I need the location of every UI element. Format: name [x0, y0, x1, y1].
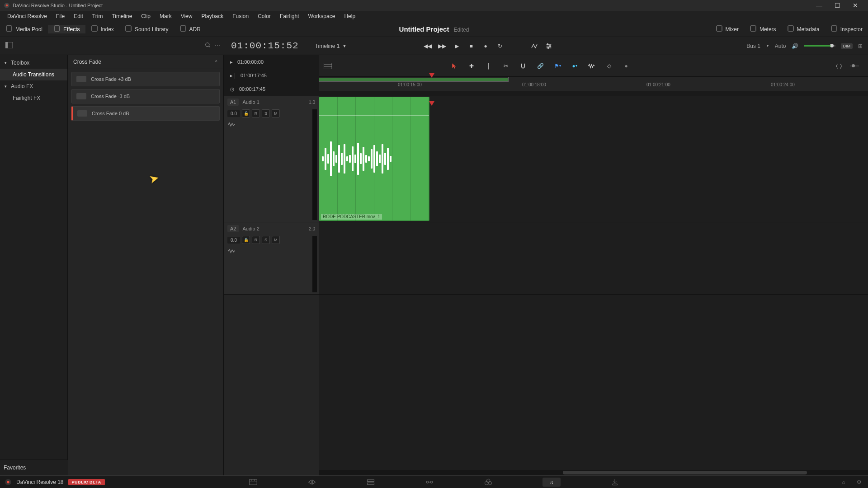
range-tool[interactable]: ✚ — [467, 61, 476, 70]
menu-help[interactable]: Help — [340, 11, 360, 22]
arm-button[interactable]: R — [252, 236, 260, 244]
lock-button[interactable]: 🔒 — [242, 236, 250, 244]
favorites-section[interactable]: Favorites — [0, 460, 68, 475]
edit-tool[interactable]: │ — [484, 61, 493, 70]
menu-view[interactable]: View — [176, 11, 197, 22]
edit-page-icon[interactable] — [366, 478, 375, 487]
timecode-display[interactable]: 01:00:15:52 — [224, 41, 306, 51]
monitor-options-icon[interactable]: ⊞ — [858, 43, 863, 49]
color-page-icon[interactable] — [484, 478, 493, 487]
audio-clip[interactable]: RODE PODCASTER.mov_1 — [319, 97, 429, 221]
tree-audio-fx[interactable]: ▾Audio FX — [0, 80, 67, 92]
mute-button[interactable]: M — [272, 236, 280, 244]
mixer-button[interactable]: Mixer — [710, 25, 744, 33]
meters-button[interactable]: Meters — [744, 25, 782, 33]
collapse-icon[interactable]: ⌃ — [214, 60, 218, 65]
solo-button[interactable]: S — [262, 236, 270, 244]
menu-fairlight[interactable]: Fairlight — [275, 11, 304, 22]
menu-fusion[interactable]: Fusion — [228, 11, 253, 22]
timeline-minimap[interactable] — [319, 77, 868, 82]
link-tool[interactable]: 🔗 — [536, 61, 545, 70]
track-lanes[interactable]: RODE PODCASTER.mov_1 — [319, 96, 868, 475]
index-button[interactable]: Index — [85, 25, 119, 33]
adr-button[interactable]: ADR — [174, 25, 206, 33]
record-button[interactable]: ● — [481, 42, 490, 50]
play-button[interactable]: ▶ — [453, 42, 461, 50]
settings-gear-icon[interactable]: ⚙ — [854, 478, 863, 487]
waveform-tool[interactable] — [587, 61, 596, 70]
track-lane-a1[interactable]: RODE PODCASTER.mov_1 — [319, 96, 868, 222]
stop-button[interactable]: ■ — [467, 42, 475, 50]
snap-tool[interactable] — [519, 61, 528, 70]
menu-edit[interactable]: Edit — [69, 11, 88, 22]
inspector-button[interactable]: Inspector — [825, 25, 868, 33]
tree-fairlight-fx[interactable]: Fairlight FX — [0, 92, 67, 104]
settings-sliders-icon[interactable] — [545, 42, 553, 50]
effects-button[interactable]: Effects — [48, 25, 85, 33]
home-icon[interactable]: ⌂ — [839, 478, 848, 487]
menu-file[interactable]: File — [52, 11, 69, 22]
metadata-button[interactable]: Metadata — [782, 25, 825, 33]
menu-color[interactable]: Color — [253, 11, 275, 22]
time-row-duration[interactable]: ◷00:00:17:45 — [224, 82, 319, 96]
razor-tool[interactable]: ✂ — [501, 61, 510, 70]
arm-button[interactable]: R — [252, 109, 260, 117]
effects-list-header[interactable]: Cross Fade ⌃ — [68, 55, 223, 69]
cut-page-icon[interactable] — [307, 478, 316, 487]
zoom-menu-icon[interactable]: ⟨ ⟩ — [835, 61, 844, 70]
selection-tool[interactable] — [450, 61, 459, 70]
timeline-selector[interactable]: Timeline 1 ▼ — [306, 43, 356, 49]
volume-slider[interactable] — [804, 45, 835, 47]
panel-toggle-icon[interactable] — [0, 42, 18, 50]
track-header-a1[interactable]: A1Audio 11.00.0🔒RSM — [224, 96, 319, 222]
flag-tool[interactable]: ⚑▾ — [553, 61, 562, 70]
effect-cross-fade--3-db[interactable]: Cross Fade +3 dB — [71, 72, 220, 86]
deliver-page-icon[interactable] — [610, 478, 619, 487]
media-pool-button[interactable]: Media Pool — [0, 25, 48, 33]
automation-dot-tool[interactable]: ● — [622, 61, 631, 70]
tree-audio-transitions[interactable]: Audio Transitions — [0, 69, 67, 80]
time-row-start[interactable]: ▸01:00:00:00 — [224, 55, 319, 69]
automation-tool-icon[interactable] — [530, 42, 538, 50]
automation-icon[interactable] — [227, 122, 315, 129]
sound-library-button[interactable]: Sound Library — [119, 25, 174, 33]
marker-tool[interactable]: ●▾ — [570, 61, 579, 70]
menu-workspace[interactable]: Workspace — [304, 11, 340, 22]
search-icon[interactable] — [205, 42, 211, 50]
time-row-end[interactable]: ▸│01:00:17:45 — [224, 69, 319, 82]
menu-timeline[interactable]: Timeline — [107, 11, 137, 22]
timeline-view-icon[interactable] — [319, 63, 337, 69]
menu-davinci-resolve[interactable]: DaVinci Resolve — [3, 11, 52, 22]
menu-clip[interactable]: Clip — [137, 11, 155, 22]
playhead-marker[interactable] — [432, 68, 432, 82]
menu-mark[interactable]: Mark — [155, 11, 176, 22]
automation-icon[interactable] — [227, 249, 315, 255]
close-button[interactable]: ✕ — [846, 0, 864, 11]
track-lane-a2[interactable] — [319, 222, 868, 295]
maximize-button[interactable]: ☐ — [828, 0, 846, 11]
dim-button[interactable]: DIM — [841, 43, 853, 49]
minimize-button[interactable]: — — [810, 0, 828, 11]
speaker-icon[interactable]: 🔊 — [792, 43, 798, 49]
effect-cross-fade--3-db[interactable]: Cross Fade -3 dB — [71, 89, 220, 103]
track-volume[interactable]: 0.0 — [227, 237, 240, 244]
loop-button[interactable]: ↻ — [496, 42, 504, 50]
playhead[interactable] — [432, 96, 432, 475]
horizontal-scrollbar[interactable] — [319, 470, 868, 475]
track-volume[interactable]: 0.0 — [227, 110, 240, 117]
fairlight-page-icon[interactable]: ♫ — [542, 478, 561, 487]
mute-button[interactable]: M — [272, 109, 280, 117]
fusion-page-icon[interactable] — [425, 478, 434, 487]
lock-button[interactable]: 🔒 — [242, 109, 250, 117]
media-page-icon[interactable] — [249, 478, 258, 487]
automation-mode[interactable]: Auto — [775, 43, 786, 49]
effect-cross-fade-0-db[interactable]: Cross Fade 0 dB — [71, 106, 220, 121]
track-header-a2[interactable]: A2Audio 22.00.0🔒RSM — [224, 222, 319, 295]
bus-selector[interactable]: Bus 1 — [746, 43, 760, 49]
rewind-button[interactable]: ◀◀ — [424, 42, 432, 50]
options-icon[interactable]: ⋯ — [215, 42, 220, 50]
solo-button[interactable]: S — [262, 109, 270, 117]
timeline-ruler[interactable]: 01:00:15:0001:00:18:0001:00:21:0001:00:2… — [319, 82, 868, 91]
menu-trim[interactable]: Trim — [88, 11, 108, 22]
crossfade-tool[interactable]: ◇ — [604, 61, 613, 70]
